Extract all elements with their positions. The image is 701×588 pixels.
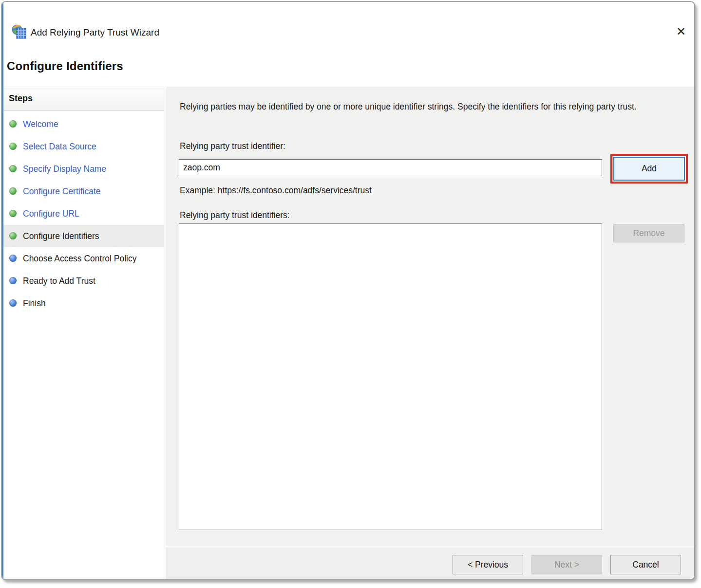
- sidebar-item-welcome[interactable]: Welcome: [3, 113, 164, 135]
- sidebar-item-select-data-source[interactable]: Select Data Source: [3, 135, 164, 158]
- close-icon[interactable]: ✕: [673, 23, 689, 40]
- step-pending-icon: [9, 255, 17, 262]
- footer-bar: < Previous Next > Cancel: [166, 548, 695, 580]
- step-done-icon: [9, 165, 17, 172]
- identifier-label: Relying party trust identifier:: [180, 141, 285, 151]
- step-pending-icon: [9, 299, 17, 307]
- screenshot-frame: Add Relying Party Trust Wizard ✕ Configu…: [1, 1, 695, 580]
- sidebar-item-label: Choose Access Control Policy: [23, 253, 136, 264]
- step-done-icon: [9, 232, 17, 239]
- add-button[interactable]: Add: [613, 157, 685, 181]
- page-description: Relying parties may be identified by one…: [180, 100, 679, 113]
- page-title: Configure Identifiers: [7, 59, 123, 73]
- sidebar-item-label: Select Data Source: [23, 141, 96, 152]
- main-panel: Relying parties may be identified by one…: [166, 87, 695, 546]
- sidebar-item-specify-display-name[interactable]: Specify Display Name: [3, 158, 164, 180]
- sidebar-item-label: Ready to Add Trust: [23, 275, 95, 287]
- sidebar-item-finish: Finish: [3, 292, 164, 314]
- identifiers-list-label: Relying party trust identifiers:: [180, 210, 290, 220]
- example-text: Example: https://fs.contoso.com/adfs/ser…: [180, 185, 372, 196]
- sidebar-item-choose-access-control-policy: Choose Access Control Policy: [3, 247, 164, 270]
- sidebar-item-label: Specify Display Name: [23, 163, 106, 175]
- identifier-input[interactable]: [179, 159, 602, 176]
- step-pending-icon: [9, 277, 17, 284]
- step-done-icon: [9, 187, 17, 195]
- identifiers-listbox[interactable]: [179, 223, 602, 530]
- sidebar-item-label: Configure URL: [23, 208, 79, 220]
- step-done-icon: [9, 120, 17, 128]
- steps-sidebar: Steps WelcomeSelect Data SourceSpecify D…: [3, 87, 164, 579]
- next-button: Next >: [531, 555, 602, 574]
- sidebar-item-configure-url[interactable]: Configure URL: [3, 202, 164, 225]
- cancel-button[interactable]: Cancel: [610, 555, 681, 574]
- sidebar-item-label: Finish: [23, 297, 46, 309]
- sidebar-item-configure-identifiers: Configure Identifiers: [3, 225, 164, 247]
- step-done-icon: [9, 210, 17, 217]
- sidebar-item-label: Welcome: [23, 118, 58, 130]
- sidebar-item-configure-certificate[interactable]: Configure Certificate: [3, 180, 164, 202]
- previous-button[interactable]: < Previous: [453, 555, 523, 574]
- wizard-window: Add Relying Party Trust Wizard ✕ Configu…: [2, 2, 694, 579]
- remove-button: Remove: [613, 224, 684, 242]
- step-done-icon: [9, 143, 17, 150]
- sidebar-item-ready-to-add-trust: Ready to Add Trust: [3, 270, 164, 292]
- annotation-highlight-box: Add: [610, 154, 688, 184]
- steps-header: Steps: [3, 87, 164, 111]
- sidebar-item-label: Configure Identifiers: [23, 230, 99, 242]
- sidebar-item-label: Configure Certificate: [23, 185, 101, 197]
- adfs-wizard-icon: [11, 24, 28, 40]
- window-title: Add Relying Party Trust Wizard: [31, 27, 159, 38]
- steps-list: WelcomeSelect Data SourceSpecify Display…: [3, 111, 164, 314]
